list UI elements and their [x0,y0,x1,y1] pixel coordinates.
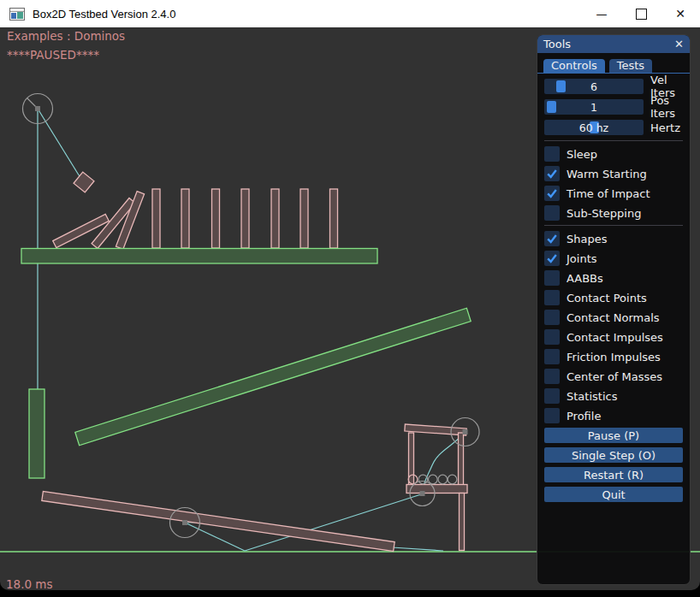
quit-button[interactable]: Quit [544,487,683,502]
seesaw-plank [42,491,394,551]
slider-label: Hertz [650,121,680,134]
checkbox-row-profile: Profile [544,408,683,423]
checkbox-label: Shapes [567,233,607,245]
checkbox-row-aabbs: AABBs [544,270,683,286]
checkbox-label: Profile [567,410,601,423]
checkbox-row-time-of-impact: Time of Impact [544,186,683,201]
checkbox-label: Center of Masses [567,370,662,383]
checkbox-row-sleep: Sleep [544,146,683,162]
checkbox-label: Joints [567,252,597,265]
separator [544,140,683,141]
hanging-box [74,172,94,192]
app-icon [9,8,25,21]
ball [448,475,457,484]
checkbox-statistics[interactable] [544,388,560,404]
close-icon: ✕ [675,7,685,21]
checkbox-friction-impulses[interactable] [544,349,560,364]
domino [271,189,279,248]
window-title: Box2D Testbed Version 2.4.0 [33,8,175,21]
paused-label: ****PAUSED**** [7,48,99,62]
panel-close-icon[interactable]: ✕ [674,38,684,50]
frame-right-post [459,433,464,486]
checkbox-row-contact-points: Contact Points [544,290,683,305]
tools-panel-header[interactable]: Tools ✕ [537,35,690,53]
checkbox-contact-normals[interactable] [544,310,560,325]
example-label: Examples : Dominos [7,29,125,43]
domino [330,189,338,248]
checkbox-label: Time of Impact [567,187,650,200]
button-section: Pause (P)Single Step (O)Restart (R)Quit [544,428,683,502]
slider-section: 6Vel Iters1Pos Iters60 hzHertz [544,79,683,135]
checkbox-label: Sleep [567,148,597,161]
slider-hertz[interactable]: 60 hz [544,120,644,135]
maximize-icon [636,9,647,20]
check-icon [546,252,558,264]
titlebar: Box2D Testbed Version 2.4.0 — ✕ [0,0,700,27]
checkbox-row-contact-normals: Contact Normals [544,310,683,325]
tab-controls[interactable]: Controls [543,59,605,73]
domino [241,189,249,248]
checkbox-row-center-of-masses: Center of Masses [544,369,683,384]
checkbox-row-joints: Joints [544,251,683,266]
checkbox-label: AABBs [567,272,603,285]
checkbox-center-of-masses[interactable] [544,369,560,384]
slider-label: Pos Iters [650,94,683,120]
joint-anchor [35,106,40,111]
checkbox-label: Contact Points [567,292,647,304]
checkbox-aabbs[interactable] [544,270,560,286]
domino [212,189,220,248]
checkbox-shapes[interactable] [544,231,560,246]
single-step-o-button[interactable]: Single Step (O) [544,447,683,463]
checkbox-row-shapes: Shapes [544,231,683,246]
frame-shelf [406,485,467,494]
slider-value: 6 [544,79,644,94]
minimize-button[interactable]: — [582,0,621,27]
checkbox-time-of-impact[interactable] [544,186,560,201]
slider-row-hertz: 60 hzHertz [544,120,683,135]
slider-vel-iters[interactable]: 6 [544,79,644,94]
checkbox-label: Friction Impulses [567,351,661,364]
checkbox-row-sub-stepping: Sub-Stepping [544,205,683,221]
check-icon [546,168,558,180]
checkbox-joints[interactable] [544,251,560,266]
slider-row-pos-iters: 1Pos Iters [544,99,683,115]
checkbox-warm-starting[interactable] [544,166,560,181]
restart-r-button[interactable]: Restart (R) [544,467,683,482]
checkbox-contact-points[interactable] [544,290,560,305]
slider-value: 60 hz [544,120,644,135]
check-icon [546,187,558,199]
close-button[interactable]: ✕ [661,0,700,27]
checkbox-row-contact-impulses: Contact Impulses [544,329,683,345]
maximize-button[interactable] [621,0,661,27]
ball [438,475,448,484]
minimize-icon: — [596,8,608,21]
ball [429,475,438,484]
frame-lower-post [460,494,465,551]
tools-panel: Tools ✕ ControlsTests 6Vel Iters1Pos Ite… [537,34,691,585]
checkbox-contact-impulses[interactable] [544,329,560,345]
vertical-block [29,389,44,478]
frame-time-label: 18.0 ms [6,577,53,590]
joint-line [392,547,443,551]
checkbox-label: Contact Normals [567,311,660,324]
tab-tests[interactable]: Tests [609,59,652,73]
slider-pos-iters[interactable]: 1 [544,99,644,115]
domino-platform [21,249,377,264]
checkbox-sub-stepping[interactable] [544,205,560,221]
domino [300,189,308,248]
joint-anchor [463,429,468,434]
checkbox-sleep[interactable] [544,146,560,162]
checkbox-label: Sub-Stepping [567,207,641,220]
joint-anchor [420,491,425,496]
checkbox-section: SleepWarm StartingTime of ImpactSub-Step… [544,146,683,423]
checkbox-row-warm-starting: Warm Starting [544,166,683,181]
slider-value: 1 [544,99,644,115]
tools-panel-title: Tools [543,38,674,50]
window-controls: — ✕ [582,0,700,27]
checkbox-label: Contact Impulses [567,331,663,344]
frame-left-post [409,433,414,486]
checkbox-profile[interactable] [544,408,560,423]
panel-tabbar: ControlsTests [537,53,690,74]
domino [152,189,160,248]
pause-p-button[interactable]: Pause (P) [544,428,683,443]
